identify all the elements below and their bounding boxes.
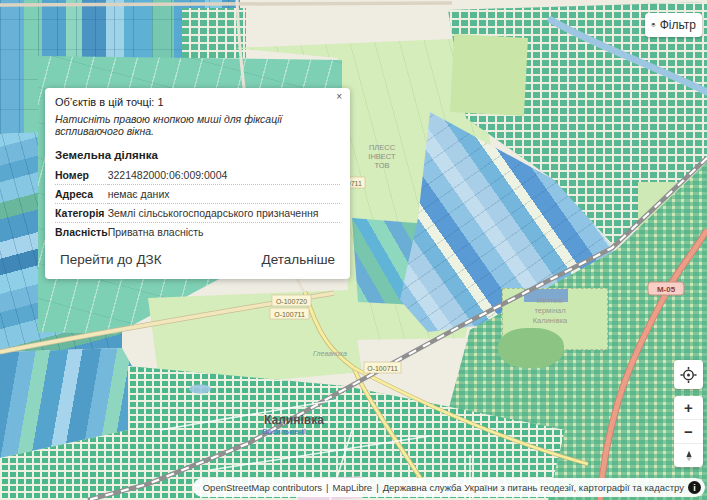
attribution-separator: | [326, 482, 328, 493]
filter-button[interactable]: Фільтр [645, 13, 702, 37]
map-popup: × Об’єктів в цій точці: 1 Натисніть прав… [45, 88, 350, 279]
zoom-in-button[interactable]: + [674, 396, 703, 420]
compass-icon [682, 449, 696, 463]
field-label: Номер [55, 166, 108, 185]
table-row: Номер 3221482000:06:009:0004 [55, 166, 340, 185]
popup-actions: Перейти до ДЗК Детальніше [55, 250, 340, 269]
popup-section-title: Земельна ділянка [55, 149, 340, 161]
map-terminal-building [524, 289, 568, 302]
field-value: немає даних [108, 185, 340, 204]
compass-button[interactable] [674, 444, 703, 467]
parcel-fields-table: Номер 3221482000:06:009:0004 Адреса нема… [55, 166, 340, 241]
road-ref-d-label: О-100711 [367, 365, 398, 372]
zoom-out-button[interactable]: − [674, 420, 703, 444]
field-value: Приватна власність [108, 223, 340, 242]
filter-button-label: Фільтр [660, 18, 696, 32]
popup-hint: Натисніть правою кнопкою миші для фіксац… [55, 113, 340, 137]
attribution-agency-link[interactable]: Державна служба України з питань геодезі… [383, 482, 684, 493]
popup-object-count: Об’єктів в цій точці: 1 [55, 96, 340, 108]
geolocate-button[interactable] [674, 360, 703, 389]
goto-dzk-button[interactable]: Перейти до ДЗК [55, 250, 167, 269]
table-row: Власність Приватна власність [55, 223, 340, 242]
map-grove [498, 328, 564, 368]
attribution-bar: OpenStreetMap contributors | MapLibre | … [193, 478, 705, 497]
attribution-osm-link[interactable]: OpenStreetMap contributors [203, 482, 322, 493]
field-label: Категорія [55, 204, 108, 223]
attribution-separator: | [376, 482, 378, 493]
field-value: Землі сільськогосподарського призначення [108, 204, 340, 223]
info-icon[interactable]: i [688, 481, 701, 494]
table-row: Адреса немає даних [55, 185, 340, 204]
road-ref-badge-d: О-100711 [364, 362, 401, 373]
field-label: Адреса [55, 185, 108, 204]
table-row: Категорія Землі сільськогосподарського п… [55, 204, 340, 223]
field-value: 3221482000:06:009:0004 [108, 166, 340, 185]
cadastral-map-app: ПЛЕСС ІНВЕСТ ТОВ О-100711 О-100720 О-100… [0, 0, 707, 500]
details-button[interactable]: Детальніше [257, 250, 340, 269]
close-icon[interactable]: × [335, 91, 343, 103]
zoom-controls: + − [674, 396, 703, 467]
map-patch-green-1 [450, 34, 528, 116]
attribution-maplibre-link[interactable]: MapLibre [333, 482, 373, 493]
geolocate-icon [680, 366, 697, 384]
field-label: Власність [55, 223, 108, 242]
filter-layers-icon [651, 19, 656, 31]
